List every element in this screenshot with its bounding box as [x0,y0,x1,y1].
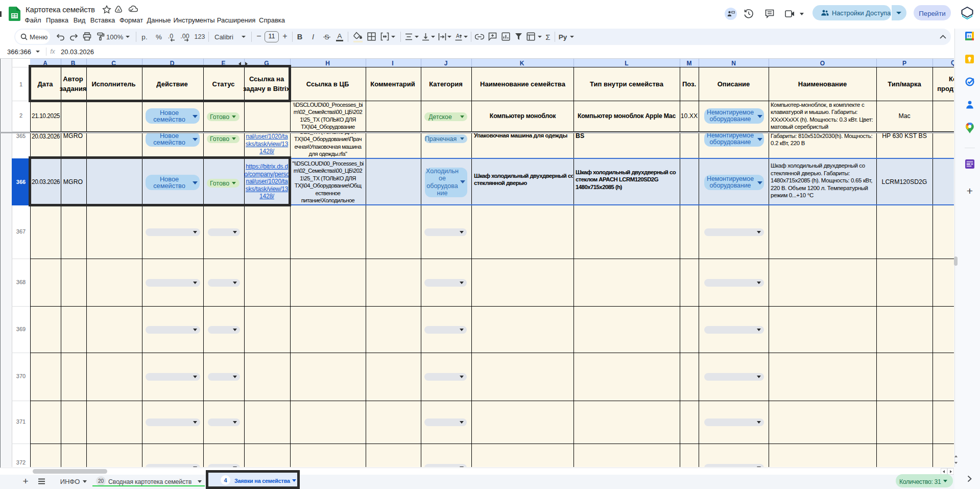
svg-text:A: A [117,8,121,12]
svg-text:31: 31 [967,34,971,38]
svg-text:A: A [456,33,460,39]
